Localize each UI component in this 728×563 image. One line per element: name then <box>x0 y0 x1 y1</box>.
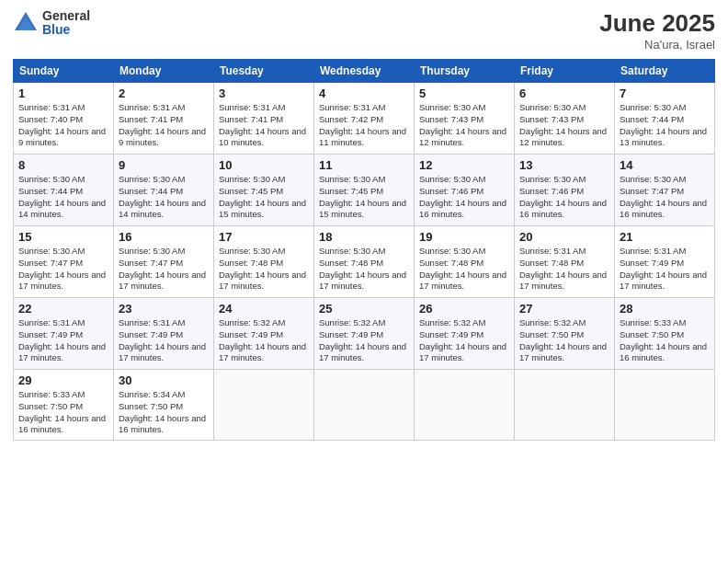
table-row: 3 Sunrise: 5:31 AMSunset: 7:41 PMDayligh… <box>214 83 314 155</box>
day-number: 16 <box>119 230 209 244</box>
day-info: Sunrise: 5:31 AMSunset: 7:49 PMDaylight:… <box>18 317 108 364</box>
day-number: 17 <box>219 230 309 244</box>
day-info: Sunrise: 5:30 AMSunset: 7:44 PMDaylight:… <box>620 102 710 149</box>
day-number: 18 <box>319 230 409 244</box>
col-thursday: Thursday <box>415 60 515 83</box>
table-row: 25 Sunrise: 5:32 AMSunset: 7:49 PMDaylig… <box>314 298 415 370</box>
day-info: Sunrise: 5:30 AMSunset: 7:46 PMDaylight:… <box>519 174 609 221</box>
day-info: Sunrise: 5:30 AMSunset: 7:47 PMDaylight:… <box>18 246 108 293</box>
day-number: 15 <box>18 230 108 244</box>
month-title: June 2025 <box>599 9 715 38</box>
logo: General Blue <box>13 9 90 38</box>
header: General Blue June 2025 Na'ura, Israel <box>13 9 715 52</box>
week-row-3: 15 Sunrise: 5:30 AMSunset: 7:47 PMDaylig… <box>14 226 715 298</box>
table-row: 16 Sunrise: 5:30 AMSunset: 7:47 PMDaylig… <box>114 226 214 298</box>
table-row: 19 Sunrise: 5:30 AMSunset: 7:48 PMDaylig… <box>415 226 515 298</box>
table-row: 2 Sunrise: 5:31 AMSunset: 7:41 PMDayligh… <box>114 83 214 155</box>
logo-blue-text: Blue <box>42 23 90 37</box>
day-number: 4 <box>319 86 409 100</box>
table-row <box>214 370 314 441</box>
table-row: 21 Sunrise: 5:31 AMSunset: 7:49 PMDaylig… <box>615 226 715 298</box>
day-number: 27 <box>519 302 609 316</box>
table-row: 5 Sunrise: 5:30 AMSunset: 7:43 PMDayligh… <box>415 83 515 155</box>
day-info: Sunrise: 5:30 AMSunset: 7:46 PMDaylight:… <box>419 174 509 221</box>
table-row: 8 Sunrise: 5:30 AMSunset: 7:44 PMDayligh… <box>14 155 114 226</box>
logo-text: General Blue <box>42 9 90 38</box>
day-info: Sunrise: 5:31 AMSunset: 7:40 PMDaylight:… <box>18 102 108 149</box>
day-number: 21 <box>620 230 710 244</box>
day-info: Sunrise: 5:32 AMSunset: 7:49 PMDaylight:… <box>219 317 309 364</box>
day-number: 9 <box>119 158 209 172</box>
calendar-table: Sunday Monday Tuesday Wednesday Thursday… <box>13 59 715 441</box>
table-row: 9 Sunrise: 5:30 AMSunset: 7:44 PMDayligh… <box>114 155 214 226</box>
location: Na'ura, Israel <box>599 38 715 52</box>
day-number: 10 <box>219 158 309 172</box>
day-number: 12 <box>419 158 509 172</box>
day-info: Sunrise: 5:30 AMSunset: 7:44 PMDaylight:… <box>119 174 209 221</box>
col-friday: Friday <box>515 60 615 83</box>
day-info: Sunrise: 5:31 AMSunset: 7:41 PMDaylight:… <box>219 102 309 149</box>
day-info: Sunrise: 5:32 AMSunset: 7:49 PMDaylight:… <box>319 317 409 364</box>
table-row: 28 Sunrise: 5:33 AMSunset: 7:50 PMDaylig… <box>615 298 715 370</box>
table-row: 17 Sunrise: 5:30 AMSunset: 7:48 PMDaylig… <box>214 226 314 298</box>
day-info: Sunrise: 5:31 AMSunset: 7:42 PMDaylight:… <box>319 102 409 149</box>
day-info: Sunrise: 5:32 AMSunset: 7:50 PMDaylight:… <box>519 317 609 364</box>
table-row: 12 Sunrise: 5:30 AMSunset: 7:46 PMDaylig… <box>415 155 515 226</box>
col-saturday: Saturday <box>615 60 715 83</box>
week-row-2: 8 Sunrise: 5:30 AMSunset: 7:44 PMDayligh… <box>14 155 715 226</box>
day-number: 22 <box>18 302 108 316</box>
day-number: 13 <box>519 158 609 172</box>
day-number: 8 <box>18 158 108 172</box>
table-row: 1 Sunrise: 5:31 AMSunset: 7:40 PMDayligh… <box>14 83 114 155</box>
day-info: Sunrise: 5:31 AMSunset: 7:41 PMDaylight:… <box>119 102 209 149</box>
day-number: 26 <box>419 302 509 316</box>
day-number: 2 <box>119 86 209 100</box>
day-number: 3 <box>219 86 309 100</box>
week-row-1: 1 Sunrise: 5:31 AMSunset: 7:40 PMDayligh… <box>14 83 715 155</box>
day-number: 29 <box>18 373 108 387</box>
day-number: 23 <box>119 302 209 316</box>
table-row: 22 Sunrise: 5:31 AMSunset: 7:49 PMDaylig… <box>14 298 114 370</box>
table-row <box>314 370 415 441</box>
day-number: 20 <box>519 230 609 244</box>
table-row: 23 Sunrise: 5:31 AMSunset: 7:49 PMDaylig… <box>114 298 214 370</box>
table-row: 13 Sunrise: 5:30 AMSunset: 7:46 PMDaylig… <box>515 155 615 226</box>
day-info: Sunrise: 5:30 AMSunset: 7:47 PMDaylight:… <box>119 246 209 293</box>
header-row: Sunday Monday Tuesday Wednesday Thursday… <box>14 60 715 83</box>
table-row: 18 Sunrise: 5:30 AMSunset: 7:48 PMDaylig… <box>314 226 415 298</box>
day-info: Sunrise: 5:30 AMSunset: 7:48 PMDaylight:… <box>419 246 509 293</box>
day-number: 7 <box>620 86 710 100</box>
day-number: 25 <box>319 302 409 316</box>
week-row-5: 29 Sunrise: 5:33 AMSunset: 7:50 PMDaylig… <box>14 370 715 441</box>
day-info: Sunrise: 5:31 AMSunset: 7:49 PMDaylight:… <box>620 246 710 293</box>
day-info: Sunrise: 5:33 AMSunset: 7:50 PMDaylight:… <box>18 389 108 436</box>
day-info: Sunrise: 5:32 AMSunset: 7:49 PMDaylight:… <box>419 317 509 364</box>
logo-general: General <box>42 9 90 23</box>
day-info: Sunrise: 5:30 AMSunset: 7:45 PMDaylight:… <box>319 174 409 221</box>
table-row: 27 Sunrise: 5:32 AMSunset: 7:50 PMDaylig… <box>515 298 615 370</box>
table-row: 15 Sunrise: 5:30 AMSunset: 7:47 PMDaylig… <box>14 226 114 298</box>
col-monday: Monday <box>114 60 214 83</box>
day-info: Sunrise: 5:30 AMSunset: 7:43 PMDaylight:… <box>519 102 609 149</box>
day-number: 30 <box>119 373 209 387</box>
table-row: 10 Sunrise: 5:30 AMSunset: 7:45 PMDaylig… <box>214 155 314 226</box>
table-row: 30 Sunrise: 5:34 AMSunset: 7:50 PMDaylig… <box>114 370 214 441</box>
day-number: 19 <box>419 230 509 244</box>
day-number: 24 <box>219 302 309 316</box>
table-row: 20 Sunrise: 5:31 AMSunset: 7:48 PMDaylig… <box>515 226 615 298</box>
day-number: 11 <box>319 158 409 172</box>
table-row: 26 Sunrise: 5:32 AMSunset: 7:49 PMDaylig… <box>415 298 515 370</box>
day-info: Sunrise: 5:30 AMSunset: 7:48 PMDaylight:… <box>219 246 309 293</box>
day-info: Sunrise: 5:30 AMSunset: 7:45 PMDaylight:… <box>219 174 309 221</box>
table-row: 6 Sunrise: 5:30 AMSunset: 7:43 PMDayligh… <box>515 83 615 155</box>
day-info: Sunrise: 5:30 AMSunset: 7:47 PMDaylight:… <box>620 174 710 221</box>
day-number: 28 <box>620 302 710 316</box>
table-row: 7 Sunrise: 5:30 AMSunset: 7:44 PMDayligh… <box>615 83 715 155</box>
day-info: Sunrise: 5:31 AMSunset: 7:48 PMDaylight:… <box>519 246 609 293</box>
table-row <box>415 370 515 441</box>
col-tuesday: Tuesday <box>214 60 314 83</box>
page: General Blue June 2025 Na'ura, Israel Su… <box>0 0 728 563</box>
logo-icon <box>13 10 39 36</box>
day-info: Sunrise: 5:30 AMSunset: 7:43 PMDaylight:… <box>419 102 509 149</box>
day-info: Sunrise: 5:33 AMSunset: 7:50 PMDaylight:… <box>620 317 710 364</box>
